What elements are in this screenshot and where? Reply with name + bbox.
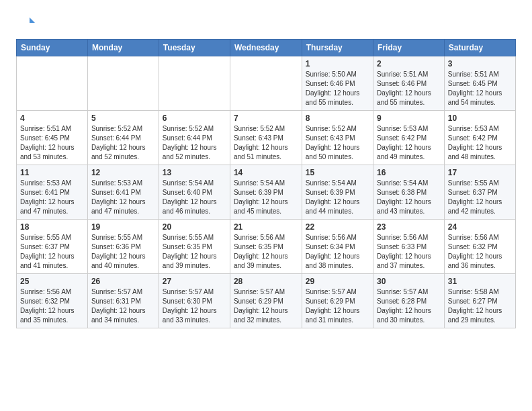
day-number: 11 [20, 168, 84, 177]
logo-icon [16, 13, 35, 32]
day-info: Sunrise: 5:54 AM Sunset: 6:38 PM Dayligh… [377, 179, 441, 216]
day-info: Sunrise: 5:56 AM Sunset: 6:35 PM Dayligh… [234, 233, 298, 271]
day-number: 16 [377, 168, 441, 177]
day-number: 12 [91, 168, 155, 177]
day-info: Sunrise: 5:52 AM Sunset: 6:43 PM Dayligh… [234, 124, 298, 162]
calendar-cell: 2Sunrise: 5:51 AM Sunset: 6:46 PM Daylig… [373, 56, 445, 111]
calendar-cell: 6Sunrise: 5:52 AM Sunset: 6:44 PM Daylig… [159, 111, 230, 165]
svg-marker-1 [30, 17, 35, 23]
weekday-header-wednesday: Wednesday [230, 40, 302, 56]
day-info: Sunrise: 5:55 AM Sunset: 6:36 PM Dayligh… [91, 233, 155, 271]
day-info: Sunrise: 5:52 AM Sunset: 6:44 PM Dayligh… [91, 124, 155, 162]
calendar-cell: 21Sunrise: 5:56 AM Sunset: 6:35 PM Dayli… [230, 220, 302, 274]
calendar-cell: 30Sunrise: 5:57 AM Sunset: 6:28 PM Dayli… [373, 274, 445, 328]
day-info: Sunrise: 5:57 AM Sunset: 6:29 PM Dayligh… [306, 287, 369, 325]
day-number: 10 [448, 113, 512, 123]
day-number: 17 [448, 168, 512, 177]
calendar-cell: 26Sunrise: 5:57 AM Sunset: 6:31 PM Dayli… [87, 274, 159, 328]
calendar-cell: 25Sunrise: 5:56 AM Sunset: 6:32 PM Dayli… [17, 274, 88, 328]
calendar-cell: 24Sunrise: 5:56 AM Sunset: 6:32 PM Dayli… [444, 220, 515, 274]
day-info: Sunrise: 5:58 AM Sunset: 6:27 PM Dayligh… [448, 287, 512, 325]
calendar-cell: 13Sunrise: 5:54 AM Sunset: 6:40 PM Dayli… [159, 165, 230, 220]
day-number: 14 [234, 168, 298, 177]
day-info: Sunrise: 5:51 AM Sunset: 6:45 PM Dayligh… [448, 70, 512, 107]
logo [16, 13, 38, 32]
calendar-cell: 12Sunrise: 5:53 AM Sunset: 6:41 PM Dayli… [87, 165, 159, 220]
calendar-cell [17, 56, 88, 111]
weekday-header-saturday: Saturday [444, 40, 515, 56]
day-info: Sunrise: 5:54 AM Sunset: 6:39 PM Dayligh… [234, 179, 298, 216]
calendar-cell [159, 56, 230, 111]
day-info: Sunrise: 5:54 AM Sunset: 6:40 PM Dayligh… [163, 179, 226, 216]
day-info: Sunrise: 5:56 AM Sunset: 6:33 PM Dayligh… [377, 233, 441, 271]
day-info: Sunrise: 5:51 AM Sunset: 6:46 PM Dayligh… [377, 70, 441, 107]
day-info: Sunrise: 5:54 AM Sunset: 6:39 PM Dayligh… [306, 179, 369, 216]
calendar-cell: 1Sunrise: 5:50 AM Sunset: 6:46 PM Daylig… [302, 56, 373, 111]
calendar-cell: 31Sunrise: 5:58 AM Sunset: 6:27 PM Dayli… [444, 274, 515, 328]
calendar-cell: 5Sunrise: 5:52 AM Sunset: 6:44 PM Daylig… [87, 111, 159, 165]
calendar-cell: 29Sunrise: 5:57 AM Sunset: 6:29 PM Dayli… [302, 274, 373, 328]
day-number: 2 [377, 59, 441, 68]
day-info: Sunrise: 5:55 AM Sunset: 6:35 PM Dayligh… [163, 233, 226, 271]
calendar-cell: 14Sunrise: 5:54 AM Sunset: 6:39 PM Dayli… [230, 165, 302, 220]
day-number: 28 [234, 277, 298, 286]
day-info: Sunrise: 5:55 AM Sunset: 6:37 PM Dayligh… [448, 179, 512, 216]
day-number: 13 [163, 168, 226, 177]
day-info: Sunrise: 5:56 AM Sunset: 6:34 PM Dayligh… [306, 233, 369, 271]
calendar-cell: 4Sunrise: 5:51 AM Sunset: 6:45 PM Daylig… [17, 111, 88, 165]
calendar-cell: 8Sunrise: 5:52 AM Sunset: 6:43 PM Daylig… [302, 111, 373, 165]
day-number: 27 [163, 277, 226, 286]
day-info: Sunrise: 5:57 AM Sunset: 6:28 PM Dayligh… [377, 287, 441, 325]
calendar-cell: 7Sunrise: 5:52 AM Sunset: 6:43 PM Daylig… [230, 111, 302, 165]
day-info: Sunrise: 5:53 AM Sunset: 6:41 PM Dayligh… [91, 179, 155, 216]
day-info: Sunrise: 5:51 AM Sunset: 6:45 PM Dayligh… [20, 124, 84, 162]
day-number: 7 [234, 113, 298, 123]
calendar-cell: 3Sunrise: 5:51 AM Sunset: 6:45 PM Daylig… [444, 56, 515, 111]
calendar-cell: 16Sunrise: 5:54 AM Sunset: 6:38 PM Dayli… [373, 165, 445, 220]
calendar-cell [230, 56, 302, 111]
day-info: Sunrise: 5:57 AM Sunset: 6:30 PM Dayligh… [163, 287, 226, 325]
day-number: 24 [448, 222, 512, 232]
day-info: Sunrise: 5:57 AM Sunset: 6:31 PM Dayligh… [91, 287, 155, 325]
day-number: 19 [91, 222, 155, 232]
day-number: 9 [377, 113, 441, 123]
calendar-cell: 27Sunrise: 5:57 AM Sunset: 6:30 PM Dayli… [159, 274, 230, 328]
weekday-header-tuesday: Tuesday [159, 40, 230, 56]
day-number: 30 [377, 277, 441, 286]
day-info: Sunrise: 5:57 AM Sunset: 6:29 PM Dayligh… [234, 287, 298, 325]
calendar-cell: 22Sunrise: 5:56 AM Sunset: 6:34 PM Dayli… [302, 220, 373, 274]
day-number: 25 [20, 277, 84, 286]
calendar-cell: 10Sunrise: 5:53 AM Sunset: 6:42 PM Dayli… [444, 111, 515, 165]
calendar-header: SundayMondayTuesdayWednesdayThursdayFrid… [17, 40, 516, 56]
calendar-cell: 17Sunrise: 5:55 AM Sunset: 6:37 PM Dayli… [444, 165, 515, 220]
weekday-header-thursday: Thursday [302, 40, 373, 56]
day-number: 31 [448, 277, 512, 286]
day-info: Sunrise: 5:56 AM Sunset: 6:32 PM Dayligh… [448, 233, 512, 271]
day-info: Sunrise: 5:55 AM Sunset: 6:37 PM Dayligh… [20, 233, 84, 271]
day-number: 18 [20, 222, 84, 232]
calendar-cell: 28Sunrise: 5:57 AM Sunset: 6:29 PM Dayli… [230, 274, 302, 328]
day-number: 26 [91, 277, 155, 286]
week-row-5: 25Sunrise: 5:56 AM Sunset: 6:32 PM Dayli… [17, 274, 516, 328]
day-info: Sunrise: 5:53 AM Sunset: 6:42 PM Dayligh… [377, 124, 441, 162]
calendar-cell: 19Sunrise: 5:55 AM Sunset: 6:36 PM Dayli… [87, 220, 159, 274]
day-number: 15 [306, 168, 369, 177]
day-info: Sunrise: 5:50 AM Sunset: 6:46 PM Dayligh… [306, 70, 369, 107]
calendar-cell: 15Sunrise: 5:54 AM Sunset: 6:39 PM Dayli… [302, 165, 373, 220]
day-number: 20 [163, 222, 226, 232]
day-info: Sunrise: 5:52 AM Sunset: 6:43 PM Dayligh… [306, 124, 369, 162]
calendar-cell: 23Sunrise: 5:56 AM Sunset: 6:33 PM Dayli… [373, 220, 445, 274]
day-info: Sunrise: 5:53 AM Sunset: 6:42 PM Dayligh… [448, 124, 512, 162]
day-number: 3 [448, 59, 512, 68]
calendar-table: SundayMondayTuesdayWednesdayThursdayFrid… [16, 39, 516, 328]
week-row-2: 4Sunrise: 5:51 AM Sunset: 6:45 PM Daylig… [17, 111, 516, 165]
day-number: 29 [306, 277, 369, 286]
day-number: 21 [234, 222, 298, 232]
week-row-3: 11Sunrise: 5:53 AM Sunset: 6:41 PM Dayli… [17, 165, 516, 220]
weekday-header-sunday: Sunday [17, 40, 88, 56]
day-info: Sunrise: 5:53 AM Sunset: 6:41 PM Dayligh… [20, 179, 84, 216]
page-header [16, 13, 516, 32]
weekday-header-friday: Friday [373, 40, 445, 56]
day-info: Sunrise: 5:52 AM Sunset: 6:44 PM Dayligh… [163, 124, 226, 162]
calendar-cell: 20Sunrise: 5:55 AM Sunset: 6:35 PM Dayli… [159, 220, 230, 274]
